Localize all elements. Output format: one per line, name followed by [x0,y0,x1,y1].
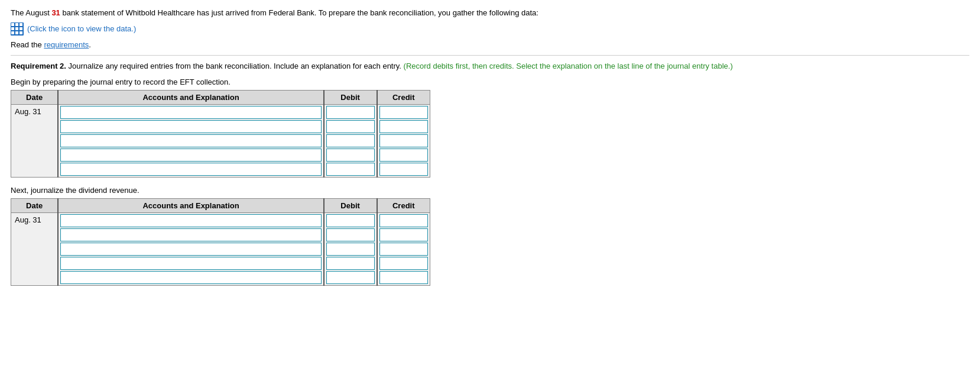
debit-input-2-3[interactable] [326,243,375,256]
col-header-credit-2: Credit [377,199,430,213]
col-header-accounts-1: Accounts and Explanation [58,91,323,105]
section1-label: Begin by preparing the journal entry to … [11,78,969,86]
credit-input-1-4[interactable] [379,149,428,162]
debit-input-1-2[interactable] [326,120,375,133]
accounts-input-1-3[interactable] [60,134,321,147]
read-text: Read the [11,40,44,49]
col-header-accounts-2: Accounts and Explanation [58,199,323,213]
debit-input-2-4[interactable] [326,257,375,270]
journal-table-2: Date Accounts and Explanation Debit Cred… [11,198,430,286]
accounts-input-2-3[interactable] [60,243,321,256]
debit-input-2-1[interactable] [326,214,375,227]
credit-cell-2 [377,213,430,286]
credit-input-2-2[interactable] [379,228,428,241]
credit-input-1-3[interactable] [379,134,428,147]
col-header-debit-1: Debit [324,91,377,105]
debit-input-1-3[interactable] [326,134,375,147]
accounts-input-1-5[interactable] [60,163,321,176]
credit-input-2-3[interactable] [379,243,428,256]
debit-cell-1 [324,105,377,178]
debit-cell-2 [324,213,377,286]
accounts-input-2-4[interactable] [60,257,321,270]
date-cell-1: Aug. 31 [11,105,59,178]
date-value-2: Aug. 31 [15,215,41,224]
grid-icon [11,22,24,36]
requirement-label: Requirement 2. [11,62,66,70]
read-text2: . [89,40,91,49]
col-header-date-2: Date [11,199,59,213]
accounts-input-1-4[interactable] [60,149,321,162]
table-row: Aug. 31 [11,213,430,286]
credit-input-1-1[interactable] [379,106,428,119]
credit-input-1-5[interactable] [379,163,428,176]
accounts-inputs-1 [59,105,323,177]
credit-input-2-4[interactable] [379,257,428,270]
col-header-debit-2: Debit [324,199,377,213]
accounts-inputs-2 [59,213,323,285]
section2-label: Next, journalize the dividend revenue. [11,186,969,195]
credit-inputs-1 [378,105,430,177]
credit-input-1-2[interactable] [379,120,428,133]
click-icon-row[interactable]: (Click the icon to view the data.) [11,22,969,36]
debit-input-1-4[interactable] [326,149,375,162]
accounts-input-1-1[interactable] [60,106,321,119]
table-row: Aug. 31 [11,105,430,178]
credit-input-2-1[interactable] [379,214,428,227]
accounts-input-2-5[interactable] [60,271,321,284]
intro-text-before-date: The August [11,8,51,17]
accounts-input-2-1[interactable] [60,214,321,227]
read-requirements: Read the requirements. [11,40,969,49]
click-icon-text[interactable]: (Click the icon to view the data.) [27,24,136,33]
date-value-1: Aug. 31 [15,107,41,116]
intro-text-after-date: bank statement of Whitbold Healthcare ha… [60,8,538,17]
intro-date: 31 [51,8,60,17]
credit-input-2-5[interactable] [379,271,428,284]
credit-cell-1 [377,105,430,178]
debit-inputs-2 [324,213,377,285]
intro-paragraph: The August 31 bank statement of Whitbold… [11,7,969,19]
col-header-date-1: Date [11,91,59,105]
requirement-line: Requirement 2. Journalize any required e… [11,60,969,72]
accounts-input-2-2[interactable] [60,228,321,241]
requirement-green-note: (Record debits first, then credits. Sele… [401,62,733,70]
requirement-text: Journalize any required entries from the… [66,62,401,70]
accounts-cell-2 [58,213,323,286]
divider [11,55,969,56]
credit-inputs-2 [378,213,430,285]
col-header-credit-1: Credit [377,91,430,105]
debit-input-2-5[interactable] [326,271,375,284]
journal-table-1: Date Accounts and Explanation Debit Cred… [11,90,430,178]
accounts-input-1-2[interactable] [60,120,321,133]
debit-input-1-1[interactable] [326,106,375,119]
requirements-link[interactable]: requirements [44,40,89,49]
debit-input-1-5[interactable] [326,163,375,176]
accounts-cell-1 [58,105,323,178]
debit-input-2-2[interactable] [326,228,375,241]
debit-inputs-1 [324,105,377,177]
date-cell-2: Aug. 31 [11,213,59,286]
